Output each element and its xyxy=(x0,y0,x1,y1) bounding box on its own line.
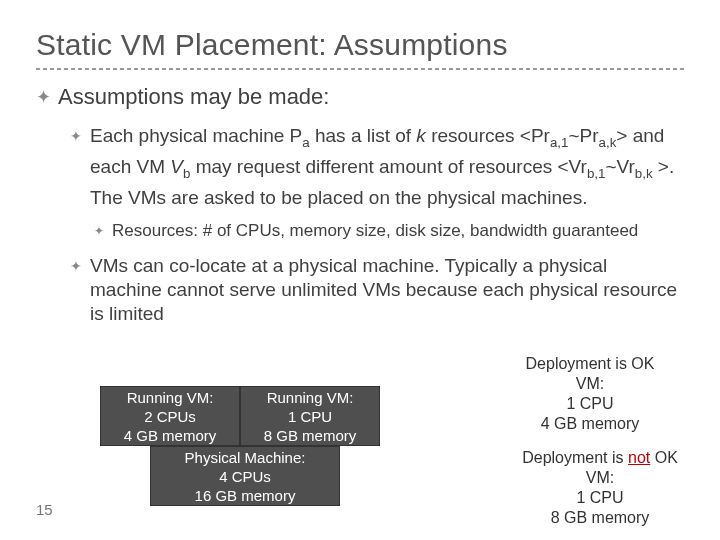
bullet-level3: ✦ Resources: # of CPUs, memory size, dis… xyxy=(94,220,684,242)
bullet-level2: ✦ VMs can co-locate at a physical machin… xyxy=(70,254,684,326)
bullet-text: Assumptions may be made: xyxy=(58,84,329,110)
bullet-text: Each physical machine Pa has a list of k… xyxy=(90,124,684,210)
t: ~Vr xyxy=(605,156,634,177)
box-line: 4 GB memory xyxy=(124,426,217,445)
bullet-level1: ✦ Assumptions may be made: xyxy=(36,84,684,110)
not-underlined: not xyxy=(628,449,650,466)
t: has a list of xyxy=(310,125,417,146)
box-line: Running VM: xyxy=(267,388,354,407)
line: Deployment is not OK xyxy=(500,448,700,468)
box-line: 8 GB memory xyxy=(264,426,357,445)
t: may request different amount of resource… xyxy=(190,156,587,177)
running-vm-box-1: Running VM: 2 CPUs 4 GB memory xyxy=(100,386,240,446)
italic-v: V xyxy=(170,156,183,177)
bullet-icon: ✦ xyxy=(36,84,58,110)
title-divider xyxy=(36,68,684,70)
line: VM: xyxy=(500,374,680,394)
box-line: Physical Machine: xyxy=(185,448,306,467)
box-line: Running VM: xyxy=(127,388,214,407)
line: 1 CPU xyxy=(500,488,700,508)
line: VM: xyxy=(500,468,700,488)
slide: Static VM Placement: Assumptions ✦ Assum… xyxy=(0,0,720,540)
deployment-ok: Deployment is OK VM: 1 CPU 4 GB memory xyxy=(500,354,680,434)
t: Each physical machine P xyxy=(90,125,302,146)
bullet-icon: ✦ xyxy=(70,254,90,278)
slide-title: Static VM Placement: Assumptions xyxy=(36,28,684,62)
bullet-text: VMs can co-locate at a physical machine.… xyxy=(90,254,684,326)
bullet-text: Resources: # of CPUs, memory size, disk … xyxy=(112,220,638,242)
deployment-not-ok: Deployment is not OK VM: 1 CPU 8 GB memo… xyxy=(500,448,700,528)
t: resources <Pr xyxy=(426,125,550,146)
bullet-level2: ✦ Each physical machine Pa has a list of… xyxy=(70,124,684,210)
bullet-icon: ✦ xyxy=(70,124,90,148)
line: Deployment is OK xyxy=(500,354,680,374)
box-line: 16 GB memory xyxy=(195,486,296,505)
t: Deployment is xyxy=(522,449,628,466)
line: 8 GB memory xyxy=(500,508,700,528)
page-number: 15 xyxy=(36,501,53,518)
box-line: 2 CPUs xyxy=(144,407,196,426)
box-line: 1 CPU xyxy=(288,407,332,426)
sub: a,k xyxy=(599,135,617,150)
physical-machine-box: Physical Machine: 4 CPUs 16 GB memory xyxy=(150,446,340,506)
running-vm-box-2: Running VM: 1 CPU 8 GB memory xyxy=(240,386,380,446)
line: 4 GB memory xyxy=(500,414,680,434)
sub: b,1 xyxy=(587,166,606,181)
sub: a xyxy=(302,135,309,150)
box-line: 4 CPUs xyxy=(219,467,271,486)
line: 1 CPU xyxy=(500,394,680,414)
sub: b,k xyxy=(635,166,653,181)
italic-k: k xyxy=(416,125,426,146)
t: OK xyxy=(650,449,678,466)
sub: a,1 xyxy=(550,135,569,150)
t: ~Pr xyxy=(568,125,598,146)
bullet-icon: ✦ xyxy=(94,220,112,242)
